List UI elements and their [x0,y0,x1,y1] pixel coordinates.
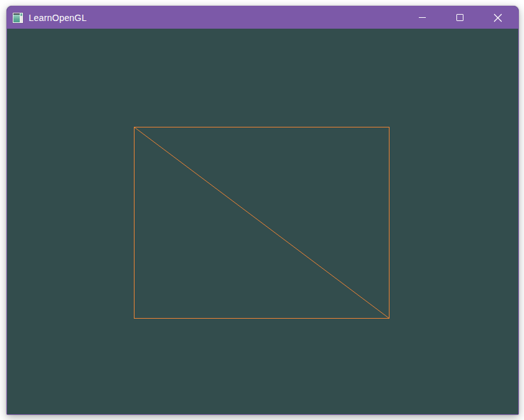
wireframe-rectangle [7,29,518,414]
maximize-icon [456,14,463,21]
minimize-icon [419,17,426,18]
opengl-viewport [7,29,518,414]
app-icon-scroll-thumb [20,13,22,16]
app-window: LearnOpenGL [6,6,519,415]
app-window-icon [13,13,23,23]
window-titlebar[interactable]: LearnOpenGL [7,6,518,29]
maximize-button[interactable] [441,6,479,29]
close-icon [493,13,502,22]
window-controls [404,6,516,29]
desktop-background: LearnOpenGL [0,0,524,420]
minimize-button[interactable] [404,6,441,29]
close-button[interactable] [479,6,516,29]
window-title: LearnOpenGL [29,13,87,23]
app-icon-pane [13,13,20,22]
